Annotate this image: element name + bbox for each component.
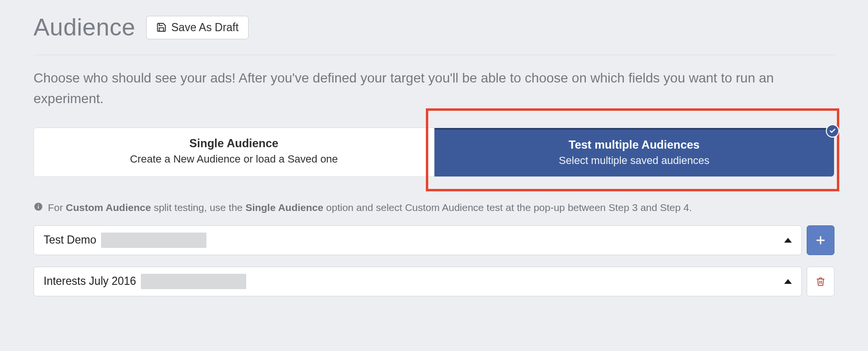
redacted-block <box>141 274 246 289</box>
caret-up-icon <box>784 279 792 284</box>
save-icon <box>156 22 167 33</box>
single-audience-option[interactable]: Single Audience Create a New Audience or… <box>34 128 434 176</box>
info-icon <box>34 202 43 214</box>
redacted-block <box>101 233 206 248</box>
single-audience-title: Single Audience <box>40 137 428 150</box>
svg-rect-1 <box>38 206 39 209</box>
helper-text-row: For Custom Audience split testing, use t… <box>34 202 834 214</box>
svg-rect-2 <box>38 204 39 205</box>
add-audience-button[interactable] <box>807 225 834 255</box>
helper-text: For Custom Audience split testing, use t… <box>48 202 692 213</box>
audience-mode-toggle: Single Audience Create a New Audience or… <box>34 128 834 177</box>
audience-select-2[interactable]: Interests July 2016 <box>34 267 802 296</box>
intro-text: Choose who should see your ads! After yo… <box>34 68 776 109</box>
multiple-audience-option[interactable]: Test multiple Audiences Select multiple … <box>434 128 834 176</box>
caret-up-icon <box>784 238 792 243</box>
audience-select-1[interactable]: Test Demo <box>34 225 802 255</box>
single-audience-subtitle: Create a New Audience or load a Saved on… <box>40 153 428 165</box>
check-icon <box>826 124 839 138</box>
multiple-audience-title: Test multiple Audiences <box>440 138 829 152</box>
save-as-draft-button[interactable]: Save As Draft <box>146 16 249 39</box>
delete-audience-button[interactable] <box>807 267 834 296</box>
audience-row: Test Demo <box>34 225 834 255</box>
audience-1-name: Test Demo <box>44 234 96 246</box>
page-title: Audience <box>34 13 136 41</box>
save-as-draft-label: Save As Draft <box>171 21 239 34</box>
audience-2-name: Interests July 2016 <box>44 275 136 288</box>
multiple-audience-subtitle: Select multiple saved audiences <box>440 154 829 167</box>
audience-row: Interests July 2016 <box>34 267 834 296</box>
